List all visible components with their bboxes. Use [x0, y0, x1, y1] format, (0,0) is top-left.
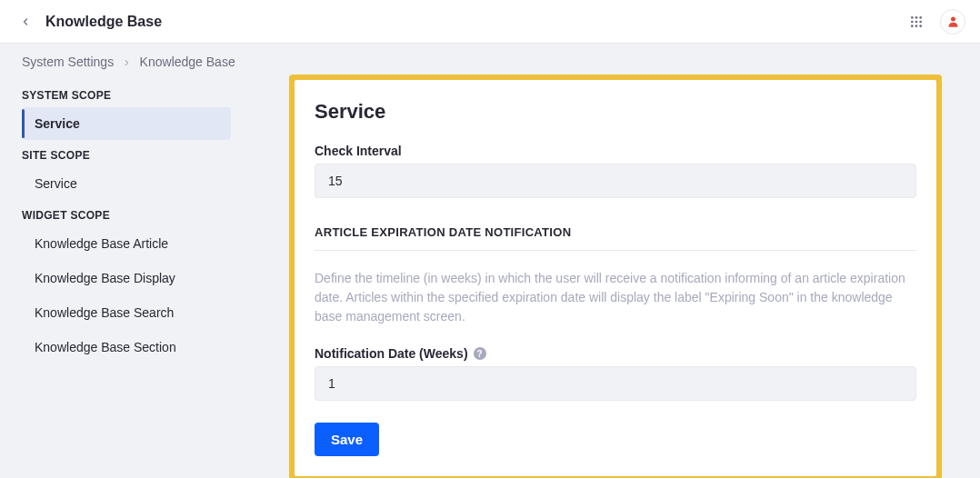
section-header-expiration: ARTICLE EXPIRATION DATE NOTIFICATION	[315, 225, 916, 251]
notification-label: Notification Date (Weeks)	[315, 346, 468, 361]
svg-point-4	[915, 20, 918, 23]
sidebar-item-label: Service	[35, 116, 80, 131]
sidebar: SYSTEM SCOPE Service SITE SCOPE Service …	[0, 80, 245, 365]
help-icon[interactable]: ?	[474, 347, 486, 360]
save-button[interactable]: Save	[315, 423, 379, 456]
sidebar-item-kb-article[interactable]: Knowledge Base Article	[22, 227, 231, 260]
user-icon	[946, 15, 960, 28]
chevron-left-icon	[20, 16, 31, 27]
breadcrumb-root[interactable]: System Settings	[22, 55, 114, 69]
user-avatar[interactable]	[940, 9, 965, 35]
sidebar-item-system-service[interactable]: Service	[22, 107, 231, 140]
grid-icon	[909, 15, 924, 29]
highlighted-panel: Service Check Interval ARTICLE EXPIRATIO…	[289, 75, 942, 478]
page-header-title: Knowledge Base	[45, 14, 162, 30]
svg-point-8	[919, 25, 922, 27]
sidebar-item-label: Knowledge Base Article	[35, 236, 168, 251]
settings-panel: Service Check Interval ARTICLE EXPIRATIO…	[295, 80, 936, 476]
svg-point-5	[919, 20, 922, 23]
apps-button[interactable]	[905, 11, 927, 33]
breadcrumb-current: Knowledge Base	[140, 55, 235, 69]
svg-point-6	[911, 25, 914, 27]
sidebar-item-kb-display[interactable]: Knowledge Base Display	[22, 262, 231, 294]
check-interval-label: Check Interval	[315, 144, 916, 158]
page-title: Service	[315, 100, 916, 124]
back-button[interactable]	[11, 7, 40, 36]
sidebar-item-label: Knowledge Base Display	[35, 271, 175, 285]
svg-point-2	[919, 16, 922, 19]
svg-point-3	[911, 20, 914, 23]
sidebar-item-label: Service	[35, 176, 77, 191]
svg-point-0	[911, 16, 914, 19]
scope-header-system: SYSTEM SCOPE	[22, 89, 231, 102]
sidebar-item-site-service[interactable]: Service	[22, 167, 231, 200]
notification-input[interactable]	[315, 366, 916, 401]
sidebar-item-kb-search[interactable]: Knowledge Base Search	[22, 296, 231, 329]
topbar: Knowledge Base	[0, 0, 980, 44]
check-interval-input[interactable]	[315, 164, 916, 198]
sidebar-item-kb-section[interactable]: Knowledge Base Section	[22, 331, 231, 363]
svg-point-9	[951, 17, 955, 22]
scope-header-site: SITE SCOPE	[22, 149, 231, 162]
svg-point-1	[915, 16, 918, 19]
breadcrumb-separator: ›	[125, 55, 129, 69]
scope-header-widget: WIDGET SCOPE	[22, 209, 231, 222]
sidebar-item-label: Knowledge Base Section	[35, 340, 176, 354]
expiration-description: Define the timeline (in weeks) in which …	[315, 269, 916, 326]
svg-point-7	[915, 25, 918, 27]
sidebar-item-label: Knowledge Base Search	[35, 305, 174, 320]
